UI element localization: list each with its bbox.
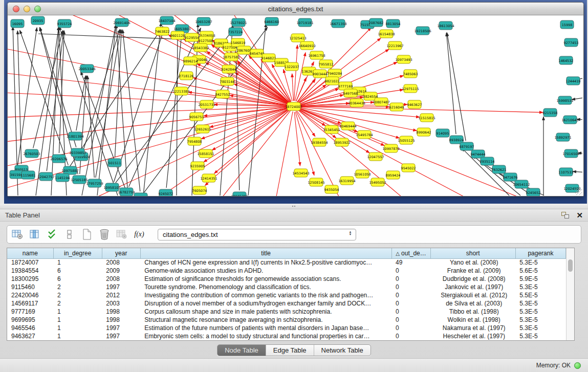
graph-node[interactable]: 10469444 (339, 122, 356, 130)
graph-node[interactable]: 6216049 (389, 103, 404, 111)
graph-node[interactable]: 10654112 (513, 180, 530, 188)
graph-node[interactable]: 9545022 (401, 164, 416, 172)
table-selector-dropdown[interactable]: citations_edges.txt ▲▼ (158, 229, 356, 240)
table-vertical-scrollbar[interactable] (566, 248, 574, 340)
graph-edge[interactable] (82, 25, 116, 195)
graph-node[interactable]: 914095 (436, 129, 449, 137)
graph-node[interactable]: 12505185 (71, 176, 88, 184)
graph-node[interactable]: 10997870 (382, 144, 399, 152)
graph-edge[interactable] (205, 110, 289, 185)
table-cell[interactable]: 0 (391, 308, 430, 316)
delete-table-icon[interactable] (98, 228, 111, 240)
graph-node[interactable]: 9903444 (313, 70, 328, 78)
table-cell[interactable]: Wolkin et al. (1998) (430, 316, 515, 324)
graph-node[interactable]: 9129554 (185, 33, 200, 41)
graph-node[interactable]: 7463822 (155, 27, 170, 35)
table-cell[interactable]: 1 (53, 332, 102, 340)
graph-node[interactable]: 15278021 (230, 18, 247, 27)
graph-edge[interactable] (299, 89, 339, 104)
graph-edge[interactable] (210, 108, 289, 127)
graph-node[interactable]: 9235905 (190, 162, 205, 170)
table-cell[interactable]: Jankovic et al. (1997) (430, 283, 515, 291)
graph-node[interactable]: 9896214 (183, 57, 198, 65)
graph-edge[interactable] (96, 30, 121, 178)
table-cell[interactable]: Franke et al. (2009) (430, 267, 515, 275)
table-cell[interactable]: 9465546 (7, 324, 53, 332)
table-cell[interactable]: 1 (53, 258, 102, 267)
graph-edge[interactable] (446, 33, 456, 134)
table-cell[interactable]: 9777169 (7, 308, 53, 316)
table-row[interactable]: 2242004622012Investigating the contribut… (7, 291, 566, 299)
table-cell[interactable]: Hescheler et al. (1997) (430, 332, 515, 340)
graph-node[interactable]: 18724007 (285, 102, 302, 111)
graph-node[interactable]: 16210643 (561, 116, 578, 124)
graph-node[interactable]: 12047557 (367, 152, 384, 161)
table-cell[interactable]: Stergiakouli et al. (2012) (430, 291, 515, 299)
graph-edge[interactable] (17, 28, 37, 169)
graph-node[interactable]: 7940284 (328, 69, 342, 77)
graph-node[interactable]: 1244419 (566, 77, 581, 85)
graph-node[interactable]: 16640910 (298, 41, 315, 50)
graph-node[interactable]: 1322037 (285, 62, 299, 71)
graph-node[interactable]: 2935114 (480, 157, 495, 165)
table-cell[interactable]: Disruption of a novel member of a sodium… (140, 299, 391, 308)
graph-node[interactable]: 12508145 (308, 178, 324, 186)
column-header-year[interactable]: year (102, 248, 140, 258)
table-cell[interactable]: 18300295 (7, 275, 53, 283)
graph-node[interactable]: 20364436 (348, 99, 365, 107)
graph-node[interactable]: 19218506 (414, 27, 431, 35)
graph-node[interactable]: 10653287 (195, 17, 212, 26)
table-cell[interactable]: 1 (53, 308, 102, 316)
table-cell[interactable]: 0 (391, 316, 430, 324)
table-cell[interactable]: Tourette syndrome. Phenomenology and cla… (140, 283, 391, 291)
graph-node[interactable]: 20531731 (198, 100, 215, 108)
graph-node[interactable]: 15892971 (554, 133, 571, 141)
table-cell[interactable]: 9699695 (7, 316, 53, 324)
graph-node[interactable]: 10973493 (395, 55, 412, 63)
graph-node[interactable]: 18613054 (437, 21, 454, 30)
graph-node[interactable]: 12975115 (402, 84, 419, 93)
graph-node[interactable]: 1107533 (559, 168, 574, 176)
graph-edge[interactable] (33, 31, 63, 148)
table-cell[interactable]: 5.3E-5 (515, 258, 565, 267)
table-cell[interactable]: 1997 (102, 324, 140, 332)
table-cell[interactable]: 0 (391, 275, 430, 283)
table-row[interactable]: 1938455462009Genome-wide association stu… (7, 267, 566, 275)
clear-selection-icon[interactable] (63, 228, 76, 240)
table-cell[interactable]: Tibbo et al. (1998) (430, 308, 515, 316)
table-cell[interactable]: 1997 (102, 283, 140, 291)
graph-node[interactable]: 2718126 (179, 72, 194, 80)
graph-node[interactable]: 18437104 (158, 16, 175, 25)
table-cell[interactable]: 6 (53, 267, 102, 275)
graph-node[interactable]: 6497568 (343, 89, 358, 97)
table-cell[interactable]: Structural magnetic resonance image aver… (140, 316, 391, 324)
column-header-short[interactable]: short (430, 248, 515, 258)
table-cell[interactable]: 2 (53, 291, 102, 299)
table-cell[interactable]: 6 (53, 275, 102, 283)
close-panel-icon[interactable]: ✕ (576, 211, 583, 219)
column-header-pagerank[interactable]: pagerank (515, 248, 565, 258)
table-cell[interactable]: 0 (391, 299, 430, 308)
panel-splitter[interactable] (0, 204, 588, 209)
table-cell[interactable]: Investigating the contribution of common… (140, 291, 391, 299)
table-row[interactable]: 977716911998Corpus callosum shape and si… (7, 308, 566, 316)
graph-node[interactable]: 15055125 (398, 136, 415, 144)
graph-node[interactable]: 6466160 (265, 17, 279, 26)
table-cell[interactable]: 0 (391, 267, 430, 275)
graph-edge[interactable] (8, 107, 289, 143)
graph-node[interactable]: 20691406 (113, 18, 130, 27)
graph-node[interactable]: 18953922 (333, 138, 350, 146)
graph-edge[interactable] (129, 28, 201, 187)
table-cell[interactable]: 2008 (102, 258, 140, 267)
graph-node[interactable]: 8990642 (417, 128, 431, 136)
graph-edge[interactable] (17, 31, 21, 164)
network-graph[interactable]: 1609520935935572420691406184371041065328… (8, 15, 582, 196)
table-cell[interactable]: 0 (391, 291, 430, 299)
table-settings-icon[interactable] (11, 228, 24, 240)
graph-node[interactable]: 20339857 (69, 148, 86, 157)
table-cell[interactable]: 5.3E-5 (515, 324, 565, 332)
graph-node[interactable]: 501511 (108, 159, 121, 167)
graph-node[interactable]: 15345451 (323, 125, 340, 134)
graph-edge[interactable] (143, 23, 161, 195)
graph-node[interactable]: 16319954 (338, 177, 355, 185)
